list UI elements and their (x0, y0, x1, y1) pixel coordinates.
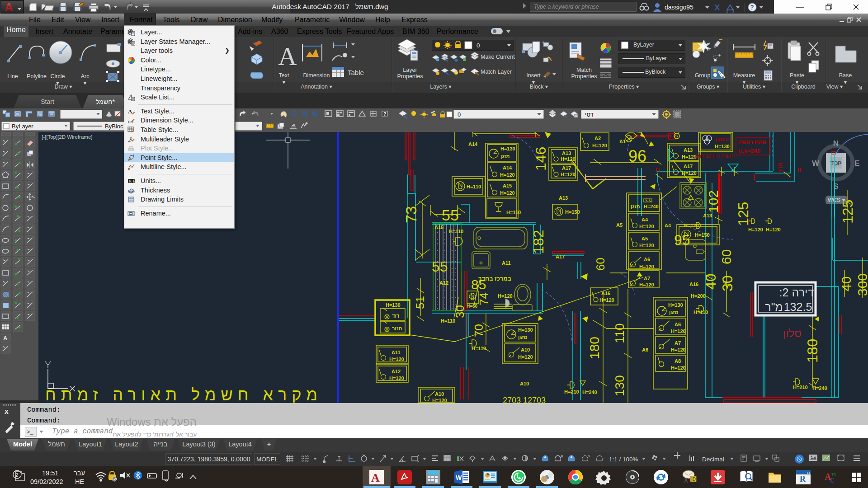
svg-text:WCS: WCS (828, 197, 840, 203)
svg-text:H=240: H=240 (644, 204, 659, 209)
svg-text:S: S (833, 182, 838, 191)
svg-text:A13: A13 (559, 195, 568, 201)
svg-text:19:51: 19:51 (42, 469, 58, 477)
svg-text:A17: A17 (562, 165, 571, 171)
svg-text:73: 73 (402, 206, 420, 223)
svg-text:דסי: דסי (585, 111, 594, 118)
svg-text:09/02/2022: 09/02/2022 (30, 478, 63, 485)
svg-text:LT: LT (807, 471, 811, 474)
svg-text:95: 95 (674, 232, 690, 248)
svg-text:חדר: חדר (777, 163, 783, 173)
svg-text:H=130: H=130 (715, 144, 730, 149)
svg-text:H=120: H=120 (766, 227, 781, 232)
svg-text:מזגן: מזגן (518, 334, 528, 340)
svg-text:A2: A2 (594, 136, 601, 141)
svg-text:H=130: H=130 (518, 327, 533, 333)
svg-text:Decimal: Decimal (702, 456, 724, 463)
svg-text:דוד: דוד (392, 313, 400, 319)
svg-text:X: X (714, 3, 720, 12)
svg-text:A10: A10 (435, 391, 444, 397)
svg-text:51: 51 (413, 296, 427, 309)
svg-text:H=210: H=210 (564, 389, 579, 394)
svg-text:פעמון: פעמון (716, 136, 729, 142)
svg-text:H=130: H=130 (386, 302, 401, 308)
svg-text:A: A (3, 335, 8, 342)
svg-text:300: 300 (855, 273, 868, 296)
svg-text:A4: A4 (642, 217, 648, 222)
svg-text:2: 2 (15, 472, 18, 478)
svg-text:מזגן: מזגן (500, 154, 510, 159)
svg-text:A1: A1 (619, 139, 626, 144)
svg-text:55: 55 (442, 206, 459, 224)
svg-text:1:1 / 100%: 1:1 / 100% (609, 456, 638, 463)
svg-text:A11: A11 (392, 350, 401, 355)
svg-text:פתח רפפה: פתח רפפה (739, 139, 766, 145)
svg-text:132.5: 132.5 (784, 300, 812, 313)
svg-text:A8: A8 (675, 358, 681, 364)
svg-text:H=120: H=120 (389, 357, 404, 362)
svg-text:ByBloc: ByBloc (105, 123, 123, 130)
svg-text:H=120: H=120 (748, 227, 763, 232)
svg-text:ByLayer: ByLayer (12, 123, 33, 130)
svg-text:H=120: H=120 (389, 375, 404, 381)
svg-text:?: ? (750, 4, 754, 11)
svg-text:מזגן: מזגן (631, 204, 640, 209)
svg-text:W: W (456, 474, 462, 481)
svg-text:E: E (854, 159, 859, 168)
svg-text:H=110: H=110 (472, 346, 486, 351)
svg-text:180: 180 (587, 337, 602, 359)
svg-text:A10: A10 (520, 381, 529, 386)
svg-text:H=120: H=120 (671, 328, 686, 334)
svg-text:A17: A17 (556, 254, 565, 259)
svg-text:H=120: H=120 (639, 224, 654, 229)
svg-text:H=150: H=150 (565, 209, 580, 215)
svg-text:182: 182 (530, 230, 547, 254)
svg-text:A16: A16 (601, 291, 610, 296)
svg-text:A15: A15 (503, 183, 512, 188)
svg-text:A6: A6 (644, 257, 650, 262)
svg-text:85: 85 (471, 277, 486, 292)
svg-text:A14: A14 (503, 165, 512, 170)
svg-text:55: 55 (432, 258, 448, 275)
svg-text:A11: A11 (502, 260, 511, 266)
svg-text:H=110: H=110 (441, 318, 455, 324)
svg-text:H=110: H=110 (467, 184, 481, 189)
svg-text:H=120: H=120 (432, 398, 447, 403)
svg-text:HE: HE (75, 478, 84, 485)
svg-text:A: A (278, 42, 297, 71)
svg-text:A12: A12 (392, 369, 401, 374)
svg-text:H=110: H=110 (449, 229, 463, 234)
svg-text:A15: A15 (434, 225, 443, 230)
svg-text:0.0: 0.0 (129, 179, 135, 183)
svg-text:H=210: H=210 (793, 385, 808, 390)
svg-text:דירה: דירה (792, 286, 814, 299)
svg-text:110: 110 (613, 323, 627, 343)
svg-text:u.k=240: u.k=240 (739, 147, 760, 154)
svg-text:עבר: עבר (74, 469, 85, 477)
svg-text:H=120: H=120 (500, 172, 515, 178)
svg-text:[-][Top][2D Wireframe]: [-][Top][2D Wireframe] (42, 134, 92, 140)
svg-text:H=120: H=120 (599, 297, 614, 303)
svg-text:0: 0 (458, 111, 461, 118)
svg-text:A14: A14 (468, 141, 478, 147)
svg-text:H=120: H=120 (639, 282, 654, 287)
svg-text:40: 40 (839, 277, 854, 291)
svg-text:מ"ר: מ"ר (765, 300, 783, 313)
svg-text:מקרא חשמל תאורה זמתח: מקרא חשמל תאורה זמתח (45, 385, 322, 403)
svg-text:15: 15 (831, 472, 836, 477)
svg-text:תאורה חוץ מורדמת: תאורה חוץ מורדמת (694, 153, 735, 159)
svg-text:H=110: H=110 (506, 210, 521, 215)
svg-text:2703 12703: 2703 12703 (503, 396, 546, 403)
svg-text:A10: A10 (521, 347, 530, 352)
svg-text:A13: A13 (684, 147, 693, 153)
svg-text:H=150: H=150 (695, 232, 710, 238)
svg-text:?: ? (383, 111, 387, 117)
svg-text:H=240: H=240 (812, 385, 827, 391)
svg-text:A6: A6 (675, 322, 681, 327)
svg-text:A17: A17 (684, 164, 693, 169)
svg-text:H=130: H=130 (668, 302, 683, 308)
svg-text:102: 102 (706, 190, 721, 213)
svg-text:H=120: H=120 (639, 264, 654, 269)
svg-text:dassigo95: dassigo95 (665, 4, 693, 11)
svg-text:N: N (833, 139, 839, 148)
